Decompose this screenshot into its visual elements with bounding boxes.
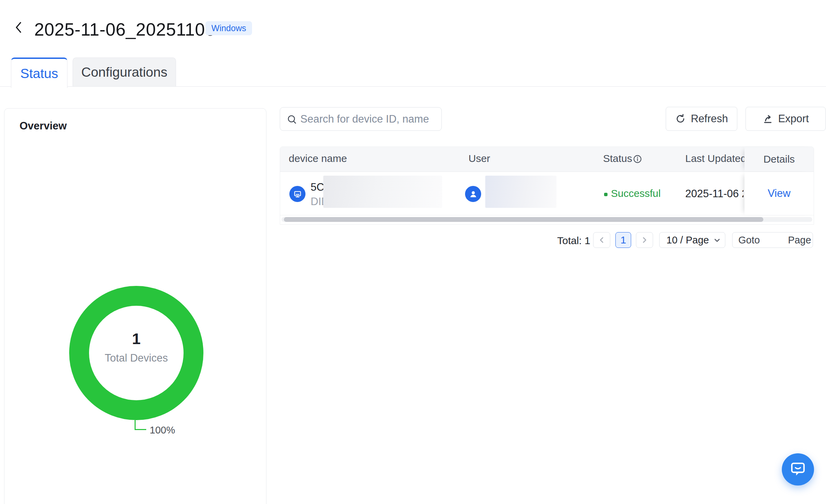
page-title: 2025-11-06_20251106 [34, 19, 215, 40]
refresh-button[interactable]: Refresh [666, 107, 737, 131]
person-icon [468, 189, 478, 199]
donut-percent-label: 100% [150, 425, 175, 436]
donut-center-value: 1 [69, 330, 203, 348]
next-page-button[interactable] [636, 232, 653, 248]
goto-label: Goto [738, 235, 760, 246]
donut-callout-line [135, 429, 146, 430]
refresh-label: Refresh [691, 113, 728, 125]
info-icon[interactable] [633, 154, 642, 164]
support-chat-button[interactable] [782, 453, 814, 486]
device-name: 5C [311, 181, 324, 193]
col-details: Details [744, 147, 814, 172]
goto-suffix: Page [788, 235, 811, 246]
table-header: device name User Status Last Updated [280, 147, 814, 172]
donut-center-label: Total Devices [69, 352, 203, 364]
status-text: Successful [611, 188, 661, 199]
col-status: Status [603, 153, 632, 164]
prev-page-button[interactable] [593, 232, 610, 248]
search-input[interactable] [300, 108, 438, 130]
pagination-total: Total: 1 [557, 235, 590, 247]
donut-callout-line [135, 420, 136, 430]
status-dot [604, 193, 608, 196]
search-icon [287, 114, 298, 125]
device-icon [289, 186, 305, 202]
tabs-divider [0, 86, 826, 87]
horizontal-scrollbar-thumb[interactable] [284, 217, 763, 222]
table-row: 5C DID Successful 2025-11-06 20 [280, 172, 814, 215]
col-user: User [468, 153, 490, 164]
page-size-value: 10 / Page [666, 235, 709, 246]
chat-bubble-icon [790, 462, 806, 477]
current-page-button[interactable]: 1 [615, 232, 631, 248]
col-device-name: device name [289, 153, 347, 164]
view-link[interactable]: View [768, 187, 791, 200]
chevron-left-icon [598, 236, 605, 244]
refresh-icon [675, 113, 686, 124]
goto-page-group: Goto Page [732, 232, 813, 248]
export-icon [762, 113, 773, 124]
export-button[interactable]: Export [746, 107, 826, 131]
redacted-device-name [323, 176, 442, 208]
overview-title: Overview [20, 120, 67, 132]
col-last-updated: Last Updated [685, 153, 746, 164]
chevron-down-icon [713, 237, 721, 244]
last-updated-value: 2025-11-06 20 [685, 188, 743, 200]
chevron-left-icon [14, 21, 23, 34]
back-button[interactable] [14, 21, 23, 34]
device-search-box [280, 107, 442, 131]
chevron-right-icon [641, 236, 648, 244]
monitor-icon [293, 189, 302, 199]
export-label: Export [778, 113, 809, 125]
tab-status-label: Status [20, 66, 58, 81]
user-avatar [465, 186, 481, 202]
device-group-status-page: 2025-11-06_20251106 Windows Status Confi… [0, 0, 826, 504]
goto-page-input[interactable] [760, 234, 788, 247]
tab-status[interactable]: Status [11, 58, 67, 88]
page-size-select[interactable]: 10 / Page [659, 232, 725, 248]
redacted-user-name [485, 176, 556, 208]
devices-table: device name User Status Last Updated 5C … [280, 147, 814, 225]
details-cell: View [744, 172, 814, 215]
os-badge: Windows [205, 21, 252, 35]
tab-configurations-label: Configurations [81, 65, 167, 80]
tab-configurations[interactable]: Configurations [73, 58, 176, 87]
